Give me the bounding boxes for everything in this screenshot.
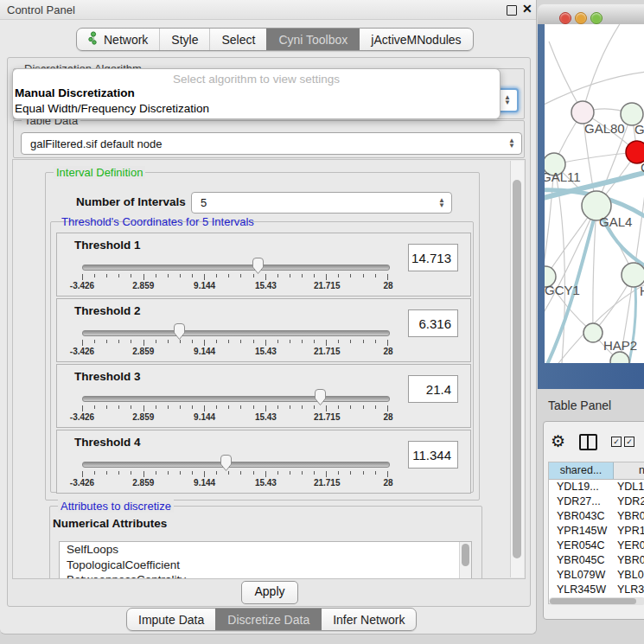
table-row[interactable]: YER054CYER0 — [549, 539, 644, 553]
table-row[interactable]: YPR145WYPR1 — [549, 524, 644, 539]
slider-knob[interactable] — [173, 323, 186, 341]
tab-network[interactable]: Network — [77, 29, 159, 50]
algorithm-option-equal-width-frequency-discretization[interactable]: Equal Width/Frequency Discretization — [13, 101, 500, 117]
tab-select[interactable]: Select — [209, 29, 266, 50]
node-label-H: H — [640, 284, 644, 298]
slider-knob[interactable] — [252, 258, 265, 275]
tab-label: Infer Network — [333, 613, 405, 627]
close-icon[interactable]: ✕ — [522, 2, 532, 16]
node-HAP2[interactable] — [583, 323, 603, 342]
threshold-slider[interactable]: -3.4262.8599.14415.4321.71528 — [82, 325, 388, 358]
tab-impute-data[interactable]: Impute Data — [127, 609, 215, 630]
tab-cyni-toolbox[interactable]: Cyni Toolbox — [266, 29, 359, 50]
threshold-slider[interactable]: -3.4262.8599.14415.4321.71528 — [82, 259, 388, 292]
select-columns-icons[interactable]: ✓ ✓ — [611, 437, 634, 447]
tick-label: 15.43 — [255, 412, 277, 422]
tick-label: 2.859 — [132, 281, 154, 290]
tick-label: 9.144 — [194, 412, 215, 422]
control-panel-window: Control Panel ✕ NetworkStyleSelectCyni T… — [0, 0, 537, 634]
attribute-item-topologicalcoefficient[interactable]: TopologicalCoefficient — [60, 558, 471, 573]
tab-infer-network[interactable]: Infer Network — [321, 609, 416, 630]
table-cell: YLR345W — [549, 583, 614, 597]
table-row[interactable]: YBL079WYBL0 — [549, 568, 644, 583]
threshold-value-field[interactable]: 6.316 — [408, 309, 458, 337]
table-cell: YBL079W — [549, 568, 614, 583]
slider-knob[interactable] — [314, 389, 327, 406]
tick-label: 28 — [383, 281, 392, 290]
network-canvas[interactable]: GAL80GACGAL11GAL4GCY1HHAP2 — [545, 24, 644, 363]
threshold-value-field[interactable]: 21.4 — [408, 375, 458, 403]
tab-label: Discretize Data — [227, 613, 309, 627]
numerical-attributes-list[interactable]: SelfLoopsTopologicalCoefficientBetweenne… — [59, 541, 472, 579]
slider-knob[interactable] — [220, 455, 233, 472]
algorithm-popup-placeholder: Select algorithm to view settings — [13, 73, 500, 86]
zoom-traffic-light-icon[interactable] — [590, 12, 603, 24]
numerical-attributes-label: Numerical Attributes — [53, 517, 167, 530]
threshold-slider[interactable]: -3.4262.8599.14415.4321.71528 — [82, 391, 388, 424]
attributes-scrollbar[interactable] — [459, 542, 471, 579]
slider-track[interactable] — [82, 462, 390, 468]
close-traffic-light-icon[interactable] — [559, 12, 571, 24]
column-header-1[interactable]: shared... — [549, 462, 614, 479]
number-of-intervals-combo[interactable]: 5 ▲▼ — [191, 192, 452, 214]
tab-label: Impute Data — [138, 613, 204, 627]
table-row[interactable]: YDR27...YDR2 — [549, 494, 644, 509]
table-cell: YBR045C — [549, 553, 614, 568]
node-label-GCY1: GCY1 — [545, 283, 580, 297]
tab-discretize-data[interactable]: Discretize Data — [215, 609, 321, 630]
table-data-combo[interactable]: galFiltered.sif default node ▲▼ — [21, 132, 522, 155]
tick-label: 21.715 — [314, 478, 341, 488]
slider-ticks — [82, 274, 388, 280]
column-header-2[interactable]: na — [614, 462, 644, 479]
attribute-item-selfloops[interactable]: SelfLoops — [60, 542, 471, 558]
slider-ticks — [82, 340, 388, 346]
slider-tick-labels: -3.4262.8599.14415.4321.71528 — [82, 412, 388, 423]
gear-icon[interactable]: ⚙ — [551, 433, 565, 450]
checked-checkbox-icon[interactable]: ✓ — [624, 437, 634, 447]
threshold-value-field[interactable]: 11.344 — [408, 441, 458, 469]
table-row[interactable]: YBR045CYBR0 — [549, 553, 644, 568]
combo-arrows-icon: ▲▼ — [438, 193, 445, 213]
tick-label: 15.43 — [255, 347, 277, 356]
algorithm-option-manual-discretization[interactable]: Manual Discretization — [13, 86, 500, 101]
slider-ticks — [82, 405, 388, 411]
attribute-item-betweennesscentrality[interactable]: BetweennessCentrality — [60, 572, 471, 579]
tab-jactivemnodules[interactable]: jActiveMNodules — [359, 29, 472, 50]
tab-label: Network — [104, 33, 148, 47]
apply-button[interactable]: Apply — [241, 581, 298, 604]
threshold-label: Threshold 1 — [74, 239, 141, 252]
threshold-value-field[interactable]: 14.713 — [408, 244, 458, 271]
table-header-row[interactable]: shared...na — [549, 462, 644, 480]
table-horizontal-scrollbar[interactable] — [549, 597, 644, 605]
minimize-traffic-light-icon[interactable] — [575, 12, 587, 24]
node-node[interactable] — [610, 352, 629, 363]
checked-checkbox-icon[interactable]: ✓ — [611, 437, 622, 447]
tick-label: 9.144 — [194, 478, 215, 488]
main-scrollbar[interactable] — [510, 161, 524, 577]
float-window-icon[interactable] — [507, 5, 517, 16]
tick-label: 9.144 — [194, 347, 215, 356]
node-label-GAL11: GAL11 — [545, 169, 581, 184]
network-window-titlebar[interactable] — [538, 4, 644, 25]
bottom-tab-bar: Impute DataDiscretize DataInfer Network — [126, 608, 417, 631]
tick-label: 21.715 — [314, 347, 341, 356]
columns-icon[interactable] — [579, 434, 597, 450]
node-label-C: C — [641, 160, 644, 175]
slider-track[interactable] — [82, 330, 390, 336]
table-row[interactable]: YLR345WYLR3 — [549, 583, 644, 597]
threshold-slider[interactable]: -3.4262.8599.14415.4321.71528 — [82, 456, 388, 489]
tick-label: -3.426 — [70, 478, 94, 488]
tab-style[interactable]: Style — [159, 29, 209, 50]
slider-track[interactable] — [82, 396, 390, 402]
table-data-combo-value: galFiltered.sif default node — [30, 137, 162, 150]
table-cell: YPR1 — [614, 524, 644, 539]
screen: Control Panel ✕ NetworkStyleSelectCyni T… — [0, 0, 644, 644]
slider-track[interactable] — [82, 265, 390, 271]
tick-label: 2.859 — [132, 478, 154, 488]
table-row[interactable]: YDL19...YDL1 — [549, 480, 644, 494]
table-row[interactable]: YBR043CYBR0 — [549, 509, 644, 524]
slider-tick-labels: -3.4262.8599.14415.4321.71528 — [82, 281, 388, 291]
tick-label: 15.43 — [255, 281, 277, 290]
node-table[interactable]: shared...na YDL19...YDL1YDR27...YDR2YBR0… — [548, 462, 644, 604]
attributes-group: Attributes to discretize Numerical Attri… — [49, 506, 482, 579]
